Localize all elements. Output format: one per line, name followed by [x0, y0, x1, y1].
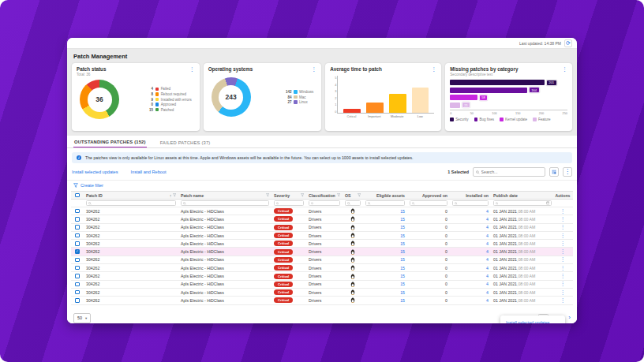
install-and-reboot-link[interactable]: Install and Reboot	[130, 170, 166, 174]
cell-eligible-assets[interactable]: 15	[363, 225, 407, 230]
table-row[interactable]: ✓ 304262 Apls Electric - HiDClass Critic…	[71, 297, 573, 304]
table-row[interactable]: ✓ 304262 Apls Electric - HiDClass Critic…	[71, 256, 573, 264]
cell-eligible-assets[interactable]: 15	[363, 266, 407, 271]
table-row[interactable]: ✓ 304262 Apls Electric - HiDClass Critic…	[71, 281, 573, 289]
row-actions-icon[interactable]: ⋮	[560, 224, 566, 230]
cell-eligible-assets[interactable]: 15	[363, 233, 407, 238]
column-search-input[interactable]	[279, 201, 301, 205]
column-search-patch-id[interactable]	[86, 200, 176, 206]
table-row[interactable]: ✓ 304262 Apls Electric - HiDClass Critic…	[71, 248, 573, 256]
row-checkbox[interactable]: ✓	[75, 209, 80, 214]
cell-installed-on[interactable]: 4	[450, 225, 491, 230]
cell-installed-on[interactable]: 4	[450, 298, 491, 303]
row-checkbox[interactable]: ✓	[75, 282, 80, 287]
column-search-publish-date[interactable]	[493, 200, 552, 206]
cell-installed-on[interactable]: 4	[450, 257, 491, 262]
row-actions-icon[interactable]: ⋮	[560, 216, 566, 222]
row-actions-icon[interactable]: ⋮	[560, 265, 566, 271]
table-row[interactable]: ✓ 304262 Apls Electric - HiDClass Critic…	[71, 215, 573, 223]
table-search[interactable]	[473, 167, 545, 177]
cell-eligible-assets[interactable]: 15	[363, 209, 407, 214]
filter-icon[interactable]	[358, 193, 361, 197]
card-menu-icon[interactable]: ⋮	[562, 66, 567, 72]
row-checkbox[interactable]: ✓	[75, 298, 80, 303]
cell-eligible-assets[interactable]: 15	[363, 217, 407, 222]
tab-failed-patches[interactable]: FAILED PATCHES (37)	[159, 137, 212, 148]
row-checkbox[interactable]: ✓	[75, 225, 80, 230]
row-checkbox[interactable]: ✓	[75, 290, 80, 295]
cell-installed-on[interactable]: 4	[450, 217, 491, 222]
cell-eligible-assets[interactable]: 15	[363, 298, 407, 303]
column-search-approved-on[interactable]	[410, 200, 447, 206]
table-more-button[interactable]: ⋮	[563, 167, 572, 177]
table-row[interactable]: ✓ 304262 Apls Electric - HiDClass Critic…	[71, 232, 573, 240]
column-search-classification[interactable]	[309, 200, 340, 206]
filter-icon[interactable]	[337, 193, 341, 197]
row-checkbox[interactable]: ✓	[75, 233, 80, 238]
cell-installed-on[interactable]: 4	[450, 209, 491, 214]
select-all-checkbox[interactable]: ✓	[75, 193, 80, 198]
col-header-publish-date[interactable]: Publish date	[491, 193, 554, 198]
table-row[interactable]: ✓ 304262 Apls Electric - HiDClass Critic…	[71, 289, 573, 297]
cell-eligible-assets[interactable]: 15	[363, 290, 407, 295]
cell-eligible-assets[interactable]: 15	[363, 282, 407, 286]
sort-asc-icon[interactable]: ↑	[170, 193, 172, 198]
cell-installed-on[interactable]: 4	[450, 249, 491, 254]
cell-installed-on[interactable]: 4	[450, 233, 491, 238]
column-search-patch-name[interactable]	[181, 200, 269, 206]
col-header-approved-on[interactable]: Approved on	[407, 193, 450, 198]
cell-installed-on[interactable]: 4	[450, 282, 491, 286]
row-actions-icon[interactable]: ⋮	[560, 248, 566, 255]
row-actions-icon[interactable]: ⋮	[560, 297, 566, 304]
column-search-input[interactable]	[314, 201, 338, 205]
column-search-eligible-assets[interactable]	[365, 200, 405, 206]
column-search-input[interactable]	[187, 201, 267, 205]
cell-installed-on[interactable]: 4	[450, 274, 491, 278]
filter-icon[interactable]	[301, 193, 305, 197]
card-menu-icon[interactable]: ⋮	[431, 66, 436, 72]
row-checkbox[interactable]: ✓	[75, 266, 80, 271]
row-checkbox[interactable]: ✓	[75, 258, 80, 263]
row-actions-icon[interactable]: ⋮	[560, 281, 566, 287]
next-page-button[interactable]: ›	[568, 315, 571, 321]
column-settings-button[interactable]	[549, 167, 559, 177]
cell-installed-on[interactable]: 4	[450, 241, 491, 246]
cell-eligible-assets[interactable]: 15	[363, 249, 407, 254]
column-search-input[interactable]	[499, 201, 545, 205]
col-header-classification[interactable]: Classification	[306, 193, 343, 198]
column-search-installed-on[interactable]	[452, 200, 489, 206]
col-header-severity[interactable]: Severity	[271, 193, 306, 198]
column-search-input[interactable]	[372, 201, 402, 205]
refresh-button[interactable]: ⟳	[564, 39, 572, 47]
menu-item-install-selected-updates[interactable]: Install selected updates	[500, 317, 565, 323]
table-row[interactable]: ✓ 304262 Apls Electric - HiDClass Critic…	[71, 224, 573, 232]
col-header-patch-name[interactable]: Patch name	[178, 193, 271, 198]
row-actions-icon[interactable]: ⋮	[560, 256, 566, 263]
cell-eligible-assets[interactable]: 15	[363, 241, 407, 246]
row-actions-icon[interactable]: ⋮	[560, 233, 566, 239]
table-row[interactable]: ✓ 304262 Apls Electric - HiDClass Critic…	[71, 272, 573, 280]
cell-eligible-assets[interactable]: 15	[363, 257, 407, 262]
filter-icon[interactable]	[266, 193, 270, 197]
col-header-eligible-assets[interactable]: Eligible assets	[363, 193, 407, 198]
table-row[interactable]: ✓ 304262 Apls Electric - HiDClass Critic…	[71, 240, 573, 248]
cell-installed-on[interactable]: 4	[450, 266, 491, 271]
column-search-input[interactable]	[92, 201, 174, 205]
create-filter-link[interactable]: Create filter	[80, 183, 103, 188]
page-size-select[interactable]: 50 ▾	[73, 313, 91, 323]
row-actions-icon[interactable]: ⋮	[560, 273, 566, 279]
table-row[interactable]: ✓ 304262 Apls Electric - HiDClass Critic…	[71, 264, 573, 272]
calendar-icon[interactable]	[546, 201, 550, 205]
card-menu-icon[interactable]: ⋮	[189, 66, 195, 72]
row-checkbox[interactable]: ✓	[75, 274, 80, 278]
cell-installed-on[interactable]: 4	[450, 290, 491, 295]
row-checkbox[interactable]: ✓	[75, 249, 80, 254]
search-input[interactable]	[481, 170, 542, 174]
row-actions-icon[interactable]: ⋮	[560, 289, 566, 296]
install-selected-updates-link[interactable]: Install selected updates	[72, 170, 118, 174]
row-checkbox[interactable]: ✓	[75, 217, 80, 222]
column-search-input[interactable]	[416, 201, 445, 205]
col-header-patch-id[interactable]: Patch ID↑	[84, 193, 178, 198]
tab-outstanding-patches[interactable]: OUTSTANDING PATCHES (152)	[73, 136, 147, 148]
col-header-os[interactable]: OS	[343, 193, 363, 198]
